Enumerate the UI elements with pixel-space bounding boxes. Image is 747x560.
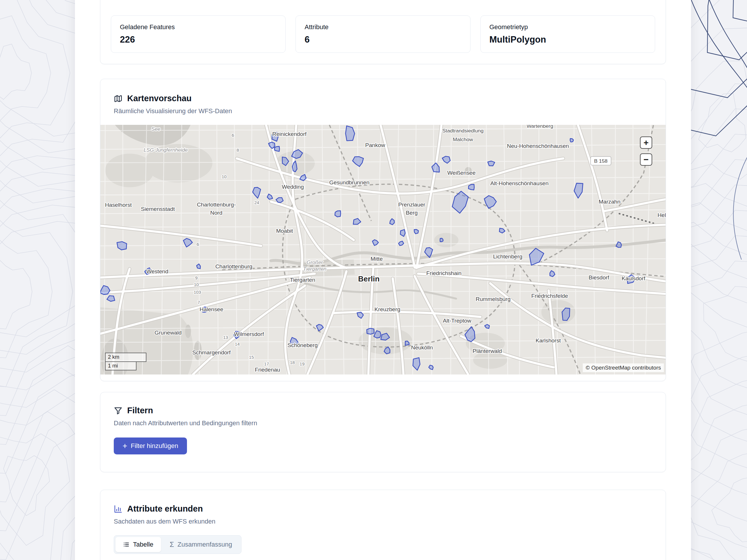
zoom-in-button[interactable]: + — [640, 136, 652, 149]
bar-chart-icon — [114, 505, 123, 513]
map-zoom-controls: + − — [640, 136, 652, 166]
attributes-card-subtitle: Sachdaten aus dem WFS erkunden — [114, 518, 652, 525]
scale-km: 2 km — [105, 353, 147, 362]
page-column: Geladene Features 226 Attribute 6 Geomet… — [75, 0, 691, 560]
svg-text:See: See — [151, 126, 161, 132]
svg-text:13: 13 — [223, 335, 228, 340]
svg-text:Wartenberg: Wartenberg — [526, 125, 553, 129]
filter-card-title: Filtern — [127, 406, 153, 415]
stat-card: Geladene Features 226 — [111, 16, 286, 53]
svg-text:Friedrichsfelde: Friedrichsfelde — [531, 293, 568, 299]
svg-text:10: 10 — [222, 174, 227, 179]
svg-text:Charlottenburg: Charlottenburg — [215, 263, 252, 270]
svg-text:Neukölln: Neukölln — [411, 345, 433, 351]
svg-text:Wilmersdorf: Wilmersdorf — [234, 331, 264, 337]
svg-text:Alt-Treptow: Alt-Treptow — [443, 317, 471, 324]
svg-text:Plänterwald: Plänterwald — [472, 348, 502, 354]
tab-zusammenfassung[interactable]: ΣZusammenfassung — [162, 537, 240, 552]
add-filter-button[interactable]: + Filter hinzufügen — [114, 437, 187, 454]
svg-text:17: 17 — [264, 361, 269, 366]
stat-value: MultiPolygon — [489, 34, 646, 45]
stat-label: Geometrietyp — [489, 23, 646, 31]
stat-card: Geometrietyp MultiPolygon — [481, 16, 655, 53]
svg-text:Nord: Nord — [210, 210, 223, 216]
svg-text:Haselhorst: Haselhorst — [105, 202, 132, 208]
svg-text:Moabit: Moabit — [276, 228, 293, 234]
svg-text:Schmargendorf: Schmargendorf — [192, 350, 231, 356]
svg-text:Biesdorf: Biesdorf — [589, 275, 609, 281]
dataset-stats-card: Geladene Features 226 Attribute 6 Geomet… — [100, 0, 666, 64]
map-canvas: B 158SeeLSG JungfernheideReinickendorfPa… — [100, 125, 666, 375]
svg-text:Lichtenberg: Lichtenberg — [493, 253, 522, 260]
svg-text:10: 10 — [194, 282, 199, 287]
svg-text:Karlshorst: Karlshorst — [536, 337, 561, 343]
stat-value: 226 — [120, 34, 277, 45]
svg-text:Gesundbrunnen: Gesundbrunnen — [329, 179, 369, 185]
svg-text:Reinickendorf: Reinickendorf — [273, 131, 307, 137]
map-card-footer — [100, 375, 666, 381]
map-scale-bar: 2 km 1 mi — [105, 353, 147, 371]
filter-funnel-icon — [114, 406, 123, 415]
svg-text:Stadtrandsiedlung: Stadtrandsiedlung — [442, 128, 483, 134]
svg-text:Weißensee: Weißensee — [447, 170, 476, 176]
tab-label: Tabelle — [133, 541, 153, 548]
zoom-out-button[interactable]: − — [640, 153, 652, 166]
svg-text:Wedding: Wedding — [282, 184, 304, 190]
svg-text:Siemensstadt: Siemensstadt — [141, 206, 175, 212]
map-preview-card: Kartenvorschau Räumliche Visualisierung … — [100, 79, 666, 381]
svg-text:15: 15 — [249, 355, 254, 360]
plus-icon: + — [123, 442, 127, 450]
svg-text:Berg: Berg — [406, 210, 418, 216]
svg-text:Malchow: Malchow — [453, 136, 473, 142]
svg-text:Schöneberg: Schöneberg — [288, 342, 318, 348]
svg-text:Friedenau: Friedenau — [255, 366, 280, 373]
svg-text:LSG Jungfernheide: LSG Jungfernheide — [144, 147, 187, 153]
stat-label: Attribute — [305, 23, 461, 31]
svg-text:8: 8 — [236, 148, 239, 153]
svg-text:9: 9 — [195, 275, 198, 280]
map-card-header: Kartenvorschau Räumliche Visualisierung … — [100, 79, 666, 125]
svg-text:Pankow: Pankow — [365, 142, 385, 148]
attributes-card: Attribute erkunden Sachdaten aus dem WFS… — [100, 490, 666, 560]
sigma-icon: Σ — [170, 541, 174, 548]
map-card-title: Kartenvorschau — [127, 94, 191, 103]
svg-text:Berlin: Berlin — [358, 275, 380, 283]
svg-text:Kreuzberg: Kreuzberg — [375, 306, 401, 312]
svg-text:6: 6 — [197, 242, 199, 247]
svg-text:19: 19 — [300, 361, 305, 366]
scale-mi: 1 mi — [105, 362, 136, 371]
svg-text:Großer: Großer — [307, 260, 323, 265]
svg-text:18: 18 — [290, 360, 295, 365]
svg-text:Friedrichshain: Friedrichshain — [427, 270, 462, 276]
map-preview[interactable]: B 158SeeLSG JungfernheideReinickendorfPa… — [100, 125, 666, 375]
attribute-tabs: Tabelle ΣZusammenfassung — [114, 535, 241, 554]
svg-text:7: 7 — [198, 300, 200, 305]
tab-tabelle[interactable]: Tabelle — [115, 537, 161, 552]
svg-text:14: 14 — [235, 341, 240, 347]
svg-text:24: 24 — [254, 200, 259, 205]
tab-label: Zusammenfassung — [178, 541, 232, 548]
svg-text:Halensee: Halensee — [200, 306, 223, 312]
svg-text:Prenzlauer: Prenzlauer — [398, 202, 426, 208]
table-list-icon — [123, 541, 129, 548]
svg-text:Tiergarten: Tiergarten — [290, 277, 315, 283]
attributes-card-title: Attribute erkunden — [127, 504, 203, 514]
svg-text:Alt-Hohenschönhausen: Alt-Hohenschönhausen — [490, 181, 549, 187]
osm-attribution-link[interactable]: © OpenStreetMap contributors — [583, 363, 664, 372]
svg-text:Grunewald: Grunewald — [155, 330, 182, 336]
map-icon — [114, 94, 123, 103]
svg-text:103: 103 — [194, 290, 201, 295]
svg-text:Charlottenburg-: Charlottenburg- — [197, 202, 236, 208]
filter-card: Filtern Daten nach Attributwerten und Be… — [100, 392, 666, 472]
stat-card: Attribute 6 — [295, 16, 470, 53]
svg-text:6: 6 — [232, 133, 234, 138]
add-filter-label: Filter hinzufügen — [131, 442, 178, 450]
svg-text:Marzahn: Marzahn — [599, 199, 621, 205]
svg-text:Tiergarten: Tiergarten — [303, 266, 327, 272]
stat-value: 6 — [305, 34, 461, 45]
svg-text:Mitte: Mitte — [370, 256, 383, 262]
svg-text:Westend: Westend — [147, 268, 168, 275]
svg-text:Rummelsburg: Rummelsburg — [476, 296, 511, 302]
svg-text:Kaulsdorf: Kaulsdorf — [622, 275, 645, 281]
svg-text:Hel: Hel — [658, 212, 666, 218]
